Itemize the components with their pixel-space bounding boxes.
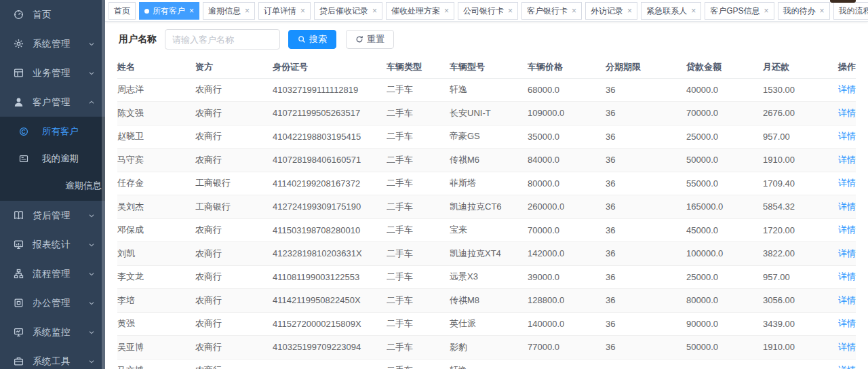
detail-link[interactable]: 详情 [838,342,856,352]
customer-submenu: 所有客户 我的逾期 逾期信息 [0,117,105,201]
cell-vehicle-type: 二手车 [387,312,450,336]
cell-name: 李文龙 [117,265,195,289]
sidebar-item[interactable]: 客户管理 [0,88,105,117]
close-icon[interactable]: × [764,7,768,15]
sidebar-subitem[interactable]: 我的逾期 [0,145,105,172]
tab[interactable]: 紧急联系人 × [641,2,701,20]
cell-name: 吴刘杰 [117,195,195,219]
detail-link[interactable]: 详情 [838,108,856,118]
table-row: 任存金 工商银行 411402199208167372 二手车 菲斯塔 8000… [117,172,856,195]
tab[interactable]: 我的待办 × [778,2,830,20]
table-row: 邓保成 农商行 411503198708280010 二手车 宝来 70000.… [117,218,856,242]
customer-table: 姓名 资方 身份证号 车辆类型 车辆型号 车辆价格 分期期限 贷款金额 [105,57,868,369]
detail-link[interactable]: 详情 [838,271,856,281]
detail-link[interactable]: 详情 [838,365,856,369]
detail-link[interactable]: 详情 [838,201,856,212]
sidebar-item[interactable]: 流程管理 [0,259,105,288]
tab[interactable]: 逾期信息 × [203,2,255,20]
tab[interactable]: 公司银行卡 × [458,2,518,20]
tab[interactable]: 客户GPS信息 × [705,2,774,20]
tab-label: 客户GPS信息 [710,5,760,17]
detail-link[interactable]: 详情 [838,131,856,141]
customer-name-input[interactable] [165,29,280,50]
tab-label: 所有客户 [153,5,185,17]
tab-label: 紧急联系人 [646,5,687,17]
cell-term: 36 [606,149,686,172]
search-button[interactable]: 搜索 [288,30,336,49]
sidebar-item[interactable]: 贷后管理 [0,201,105,230]
sidebar-item[interactable]: 报表统计 [0,230,105,259]
search-icon [298,35,306,43]
sidebar-bottom-menu: 贷后管理 报表统计 流程管理 办公管理 [0,201,105,369]
tab[interactable]: 客户银行卡 × [521,2,582,20]
detail-link[interactable]: 详情 [838,295,856,305]
close-icon[interactable]: × [572,7,576,15]
close-icon[interactable]: × [300,7,305,15]
cell-id-number: 411081199003122553 [273,265,387,289]
cell-id-number: 412724199309175190 [273,195,387,219]
close-icon[interactable]: × [189,7,194,15]
tab[interactable]: 所有客户 × [139,2,199,20]
tab[interactable]: 首页 × [108,2,136,20]
cell-vehicle-model: 传祺M8 [450,289,528,313]
sidebar-item[interactable]: 首页 [0,0,105,29]
detail-link[interactable]: 详情 [838,225,856,235]
reset-button[interactable]: 重置 [346,30,394,49]
close-icon[interactable]: × [627,7,632,15]
detail-link[interactable]: 详情 [838,84,856,94]
cell-monthly-payment: 1530.00 [763,78,824,102]
close-icon[interactable]: × [245,7,250,15]
cell-id-number [273,359,387,369]
sidebar-item[interactable]: 办公管理 [0,288,105,317]
close-icon[interactable]: × [691,7,696,15]
close-icon[interactable]: × [820,7,825,15]
detail-link[interactable]: 详情 [838,155,856,165]
table-row: 吴亚博 农商行 410325199709223094 二手车 影豹 77000.… [117,336,856,360]
detail-link[interactable]: 详情 [838,178,856,188]
cell-vehicle-type: 二手车 [387,242,450,266]
detail-link[interactable]: 详情 [838,318,856,328]
tab[interactable]: 贷后催收记录 × [314,2,382,20]
tab[interactable]: 订单详情 × [258,2,311,20]
tab[interactable]: 外访记录 × [585,2,637,20]
sidebar-item[interactable]: 系统监控 [0,317,105,347]
chevron-down-icon [87,357,96,366]
close-icon[interactable]: × [508,7,513,15]
avatar[interactable] [830,0,856,3]
cell-vehicle-price: 77000.0 [528,336,606,360]
tab[interactable]: 催收处理方案 × [386,2,454,20]
sidebar-subitem[interactable]: 逾期信息 [0,172,105,199]
search-field-label: 用户名称 [119,33,157,45]
tab-label: 贷后催收记录 [319,5,368,17]
sidebar-item[interactable]: 系统工具 [0,347,105,369]
cell-vehicle-price: 142000.0 [528,242,606,266]
cell-vehicle-type: 二手车 [387,289,450,313]
cell-id-number: 411402199208167372 [273,172,387,195]
all-customers-icon [19,127,28,136]
cell-vehicle-type: 二手车 [387,195,450,219]
table-row: 赵晓卫 农商行 410422198803195415 二手车 帝豪GS 3500… [117,125,856,149]
cell-funder: 农商行 [195,312,273,336]
cell-id-number: 411503198708280010 [273,218,387,242]
tab-label: 逾期信息 [208,5,241,17]
detail-link[interactable]: 详情 [838,248,856,258]
close-icon[interactable]: × [444,7,449,15]
sidebar-item[interactable]: 业务管理 [0,58,105,88]
cell-vehicle-price: 68000.0 [528,78,606,102]
cell-loan-amount: 25000.0 [686,265,763,289]
sidebar-item-label: 首页 [33,9,87,21]
cell-funder: 工商银行 [195,172,273,195]
cell-id-number: 410721199505263517 [273,102,387,125]
close-icon[interactable]: × [372,7,377,15]
cell-vehicle-price: 109000.0 [528,102,606,125]
cell-vehicle-price: 39000.0 [528,265,606,289]
column-header: 姓名 [117,57,195,78]
cell-id-number: 410325199709223094 [273,336,387,360]
cell-name: 刘凯 [117,242,195,266]
sidebar-subitem[interactable]: 所有客户 [0,118,105,145]
sidebar-subitem-label: 所有客户 [42,125,79,138]
cell-vehicle-price: 84000.0 [528,149,606,172]
sidebar-item[interactable]: 系统管理 [0,29,105,58]
cell-vehicle-model: 长安UNI-T [450,102,528,125]
tab[interactable]: 我的流程 × [833,2,868,20]
